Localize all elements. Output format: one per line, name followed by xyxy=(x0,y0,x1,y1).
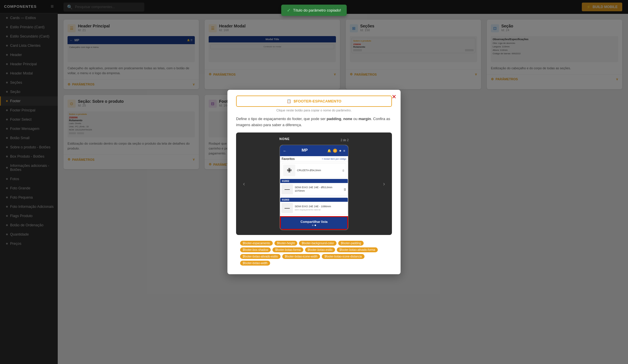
tag-footer-espacamento[interactable]: $footer-espacamento xyxy=(240,241,273,246)
toast-check-icon: ✓ xyxy=(287,8,291,13)
phone-star-icon: ★ xyxy=(339,149,342,153)
phone-next-button[interactable]: › xyxy=(381,180,387,187)
phone-dot-2 xyxy=(315,225,316,226)
phone-fav-img: ✙ xyxy=(283,165,295,176)
phone-fav-trash-icon: 🗑 xyxy=(342,169,345,172)
modal-close-button[interactable]: ✕ xyxy=(392,93,397,100)
phone-footer-btn: Compartilhar lista xyxy=(284,220,344,223)
copy-icon: 📋 xyxy=(287,99,291,103)
tag-footer-botao-forma[interactable]: $footer-botao-forma xyxy=(272,247,303,252)
phone-mode-label: NONE xyxy=(279,137,290,141)
modal-overlay[interactable]: ✕ 📋 $FOOTER-ESPACAMENTO Clique neste bot… xyxy=(0,0,628,364)
phone-product-name-01003: SEMI EIXO 24E 24E - 1086mm xyxy=(295,205,347,208)
tag-footer-box-shadow[interactable]: $footer-box-shadow xyxy=(240,247,271,252)
tag-footer-botao-estilo[interactable]: $footer-botao-estilo xyxy=(305,247,335,252)
phone-logo: MP xyxy=(302,148,312,154)
svg-text:MP: MP xyxy=(302,148,308,152)
phone-dots xyxy=(284,225,344,226)
phone-product-trash-01002: 🗑 xyxy=(343,188,347,191)
toast-message: Título do parâmetro copiado! xyxy=(293,8,341,12)
phone-favorites-section: Favoritos + Incluir item por código xyxy=(280,156,348,162)
tag-footer-botao-width[interactable]: $footer-botao-width xyxy=(240,261,270,266)
tags-container: $footer-espacamento $footer-height $foot… xyxy=(236,238,392,268)
phone-product-subtitle-01003: sem espaçamento lateral xyxy=(295,208,347,211)
phone-product-img-01003: — xyxy=(281,203,293,213)
tag-footer-botao-icone-distancia[interactable]: $footer-botao-icone-distancia xyxy=(322,254,365,259)
phone-product-code-01002: 01002 xyxy=(280,179,348,183)
phone-menu-icon: ≡ xyxy=(343,149,345,152)
phone-fav-item: ✙ CRUZETA Ø34,0mm 🗑 xyxy=(282,163,346,178)
phone-page-indicator: 2 de 2 xyxy=(341,139,349,142)
phone-bell-icon: 🔔 xyxy=(327,149,331,153)
toast-notification: ✓ Título do parâmetro copiado! xyxy=(281,5,347,16)
phone-fav-link: + Incluir item por código xyxy=(322,158,346,160)
modal-param-hint: Clique neste botão para copiar o nome do… xyxy=(236,109,392,112)
tag-footer-padding[interactable]: $footer-padding xyxy=(338,241,364,246)
phone-badge: 4 xyxy=(333,149,337,153)
phone-fav-name: CRUZETA Ø34,0mm xyxy=(297,169,340,172)
phone-product-code-01003: 01003 xyxy=(280,198,348,202)
phone-prev-button[interactable]: ‹ xyxy=(241,180,247,187)
phone-product-01002: 01002 — SEMI EIXO 24E 24E - Ø53,0mm 1070… xyxy=(280,179,348,196)
modal-param-label: $FOOTER-ESPACAMENTO xyxy=(294,99,341,103)
tag-footer-botao-ativado-forma[interactable]: $footer-botao-ativado-forma xyxy=(337,247,378,252)
phone-product-img-01002: — xyxy=(281,184,293,194)
phone-fav-title: Favoritos xyxy=(282,157,295,160)
tag-footer-botao-icone-width[interactable]: $footer-botao-icone-width xyxy=(282,254,320,259)
modal: ✕ 📋 $FOOTER-ESPACAMENTO Clique neste bot… xyxy=(227,90,401,275)
phone-frame: ← MP 🔔 4 ★ ≡ xyxy=(279,145,349,230)
tag-footer-height[interactable]: $footer-height xyxy=(274,241,298,246)
tag-footer-botao-ativado-estilo[interactable]: $footer-botao-ativado-estilo xyxy=(240,254,281,259)
phone-product-01003: 01003 — SEMI EIXO 24E 24E - 1086mm sem e… xyxy=(280,197,348,214)
phone-topbar: ← MP 🔔 4 ★ ≡ xyxy=(280,145,348,156)
tag-footer-background-color[interactable]: $footer-background-color xyxy=(299,241,337,246)
phone-product-name-01002: SEMI EIXO 24E 24E - Ø53,0mm 1070mm xyxy=(295,186,342,193)
phone-topbar-icons: 🔔 4 ★ ≡ xyxy=(327,149,345,153)
modal-phone-container: ‹ NONE 2 de 2 ← MP xyxy=(236,132,392,235)
phone-dot-1 xyxy=(312,225,313,226)
phone-back-icon: ← xyxy=(283,149,287,153)
modal-description: Define o tipo de espaçamento do footer, … xyxy=(236,116,392,128)
modal-param-copy-button[interactable]: 📋 $FOOTER-ESPACAMENTO xyxy=(236,96,392,107)
phone-footer: Compartilhar lista xyxy=(280,216,348,230)
